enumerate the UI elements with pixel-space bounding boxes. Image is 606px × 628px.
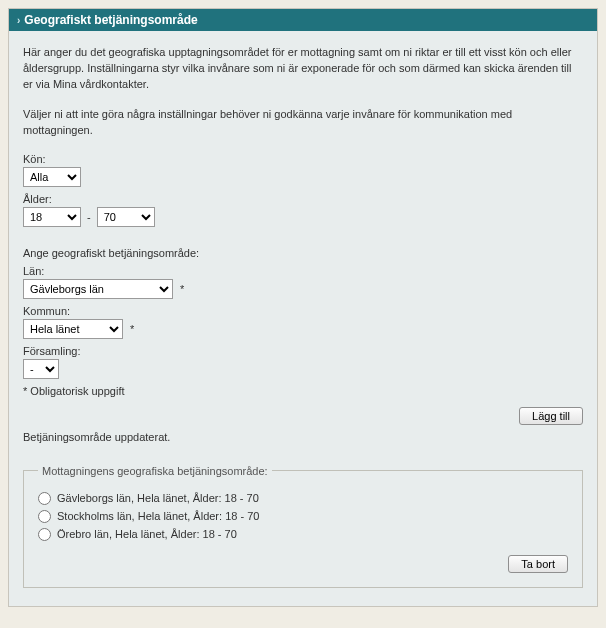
areas-legend: Mottagningens geografiska betjäningsområ… bbox=[38, 465, 272, 477]
age-from-select[interactable]: 18 bbox=[23, 207, 81, 227]
panel-header: › Geografiskt betjäningsområde bbox=[9, 9, 597, 31]
municipality-required-star: * bbox=[130, 323, 134, 335]
areas-fieldset: Mottagningens geografiska betjäningsområ… bbox=[23, 465, 583, 588]
area-row[interactable]: Gävleborgs län, Hela länet, Ålder: 18 - … bbox=[38, 492, 568, 505]
intro-text: Här anger du det geografiska upptagnings… bbox=[23, 45, 583, 139]
area-row[interactable]: Örebro län, Hela länet, Ålder: 18 - 70 bbox=[38, 528, 568, 541]
age-label: Ålder: bbox=[23, 193, 583, 205]
chevron-right-icon: › bbox=[17, 15, 20, 26]
add-button[interactable]: Lägg till bbox=[519, 407, 583, 425]
intro-paragraph-2: Väljer ni att inte göra några inställnin… bbox=[23, 107, 583, 139]
status-message: Betjäningsområde uppdaterat. bbox=[23, 431, 583, 443]
gender-select[interactable]: Alla bbox=[23, 167, 81, 187]
gender-label: Kön: bbox=[23, 153, 583, 165]
age-to-select[interactable]: 70 bbox=[97, 207, 155, 227]
area-label-2: Örebro län, Hela länet, Ålder: 18 - 70 bbox=[57, 528, 237, 540]
area-row[interactable]: Stockholms län, Hela länet, Ålder: 18 - … bbox=[38, 510, 568, 523]
area-radio-0[interactable] bbox=[38, 492, 51, 505]
remove-button[interactable]: Ta bort bbox=[508, 555, 568, 573]
municipality-select[interactable]: Hela länet bbox=[23, 319, 123, 339]
area-label-0: Gävleborgs län, Hela länet, Ålder: 18 - … bbox=[57, 492, 259, 504]
municipality-label: Kommun: bbox=[23, 305, 583, 317]
county-required-star: * bbox=[180, 283, 184, 295]
required-note: * Obligatorisk uppgift bbox=[23, 385, 583, 397]
county-label: Län: bbox=[23, 265, 583, 277]
panel-body: Här anger du det geografiska upptagnings… bbox=[9, 31, 597, 606]
parish-label: Församling: bbox=[23, 345, 583, 357]
service-area-panel: › Geografiskt betjäningsområde Här anger… bbox=[8, 8, 598, 607]
area-radio-2[interactable] bbox=[38, 528, 51, 541]
county-select[interactable]: Gävleborgs län bbox=[23, 279, 173, 299]
age-separator: - bbox=[87, 211, 91, 223]
panel-title: Geografiskt betjäningsområde bbox=[24, 13, 197, 27]
intro-paragraph-1: Här anger du det geografiska upptagnings… bbox=[23, 45, 583, 93]
area-radio-1[interactable] bbox=[38, 510, 51, 523]
area-label-1: Stockholms län, Hela länet, Ålder: 18 - … bbox=[57, 510, 259, 522]
parish-select[interactable]: - bbox=[23, 359, 59, 379]
geo-heading: Ange geografiskt betjäningsområde: bbox=[23, 247, 583, 259]
